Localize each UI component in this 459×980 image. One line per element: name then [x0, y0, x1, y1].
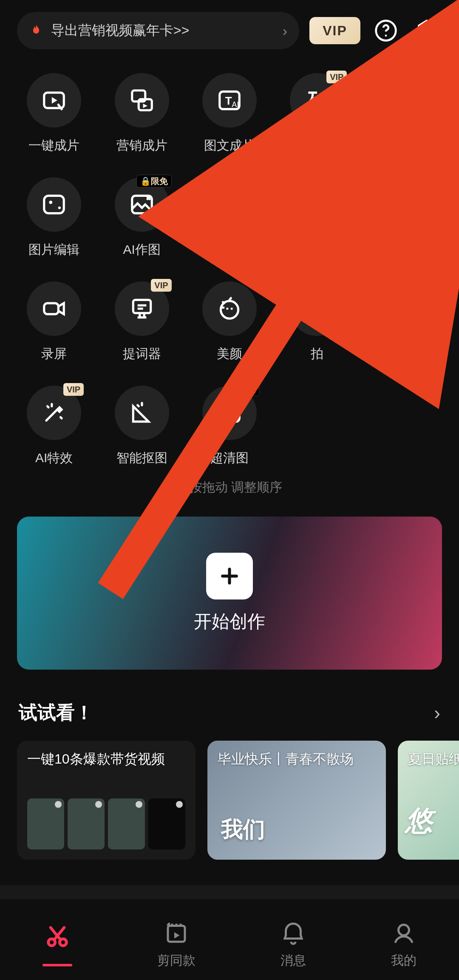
limited-free-tag: 🔒限免	[136, 175, 172, 187]
feature-one-click-video[interactable]: 一键成片	[10, 73, 98, 154]
feature-ai-image[interactable]: 🔒限免 AI作图	[98, 177, 185, 258]
feature-teleprompter[interactable]: VIP 提词器	[98, 281, 185, 363]
try-card-1[interactable]: 一键10条爆款带货视频	[17, 741, 196, 860]
feature-ai-product-image[interactable]: AI AI商品图	[186, 177, 273, 258]
svg-point-22	[226, 307, 228, 310]
feature-screen-record[interactable]: 录屏	[10, 281, 98, 363]
svg-point-34	[399, 925, 409, 935]
reorder-hint: 长按拖动 调整顺序	[0, 479, 459, 496]
svg-rect-19	[44, 303, 59, 314]
tab-templates[interactable]: 剪同款	[157, 920, 196, 969]
vip-tag: VIP	[414, 279, 435, 292]
try-section-more[interactable]: ›	[434, 702, 440, 724]
try-section-title: 试试看！	[19, 700, 94, 725]
feature-hd-quality[interactable]: VIP HD 超清画质	[361, 281, 449, 363]
chevron-right-icon: ›	[283, 23, 287, 39]
svg-text:AI: AI	[232, 205, 239, 213]
tab-profile[interactable]: 我的	[391, 920, 416, 969]
feature-beauty[interactable]: 美颜	[186, 281, 273, 363]
plus-icon	[206, 553, 253, 599]
vip-tag: VIP	[151, 279, 171, 292]
svg-point-3	[424, 28, 430, 34]
svg-point-23	[231, 307, 233, 310]
svg-point-12	[58, 207, 61, 209]
svg-point-26	[320, 307, 322, 309]
settings-button[interactable]	[411, 15, 442, 46]
feature-hd-image[interactable]: 🔒限免 HD 超清图	[186, 386, 273, 467]
bottom-tab-bar: 剪同款 消息 我的	[0, 899, 459, 980]
help-button[interactable]	[371, 15, 401, 46]
feature-grid: 一键成片 营销成片 TAI 图文成片 VIP 视频翻译 收起 图片编辑 🔒限免 …	[0, 49, 459, 467]
feature-text-image-video[interactable]: TAI 图文成片	[186, 73, 273, 154]
promo-banner[interactable]: 导出营销视频赢年卡>> ›	[17, 12, 299, 49]
feature-create-script[interactable]: 创作脚本	[361, 177, 449, 258]
svg-point-25	[313, 307, 315, 309]
svg-text:HD: HD	[398, 304, 413, 315]
try-card-2[interactable]: 毕业快乐丨青春不散场 我们	[207, 741, 386, 860]
feature-marketing-video[interactable]: 营销成片	[98, 73, 185, 154]
promo-text: 导出营销视频赢年卡>>	[51, 21, 189, 40]
svg-text:T: T	[225, 95, 232, 107]
svg-marker-2	[419, 21, 434, 41]
vip-badge[interactable]: VIP	[309, 17, 360, 44]
thumbnail-strip	[27, 798, 185, 849]
try-cards-row[interactable]: 一键10条爆款带货视频 毕业快乐丨青春不散场 我们 夏日贴纸 悠	[0, 741, 459, 860]
vip-tag: VIP	[326, 71, 347, 83]
svg-text:AI: AI	[232, 100, 239, 109]
svg-rect-10	[44, 196, 64, 213]
vip-tag: VIP	[63, 383, 84, 396]
tab-messages[interactable]: 消息	[280, 920, 306, 969]
feature-collapse[interactable]: 收起	[361, 73, 449, 154]
feature-shoot[interactable]: 拍摄	[273, 177, 361, 258]
new-dot-icon	[251, 282, 255, 287]
svg-point-1	[385, 34, 387, 37]
start-create-card[interactable]: 开始创作	[17, 517, 442, 670]
svg-point-11	[49, 201, 53, 204]
tab-edit[interactable]	[42, 923, 72, 966]
try-card-3[interactable]: 夏日贴纸 悠	[398, 741, 459, 860]
feature-smart-cutout[interactable]: 智能抠图	[98, 386, 185, 467]
feature-shoot-mode[interactable]: 拍	[273, 281, 361, 363]
feature-ai-effect[interactable]: VIP AI特效	[10, 386, 98, 467]
svg-point-18	[316, 203, 319, 206]
fire-icon	[29, 23, 43, 38]
limited-free-tag: 🔒限免	[224, 383, 259, 396]
feature-video-translate[interactable]: VIP 视频翻译	[273, 73, 361, 154]
svg-point-24	[307, 299, 327, 319]
feature-image-edit[interactable]: 图片编辑	[10, 177, 98, 258]
svg-text:HD: HD	[230, 414, 241, 422]
